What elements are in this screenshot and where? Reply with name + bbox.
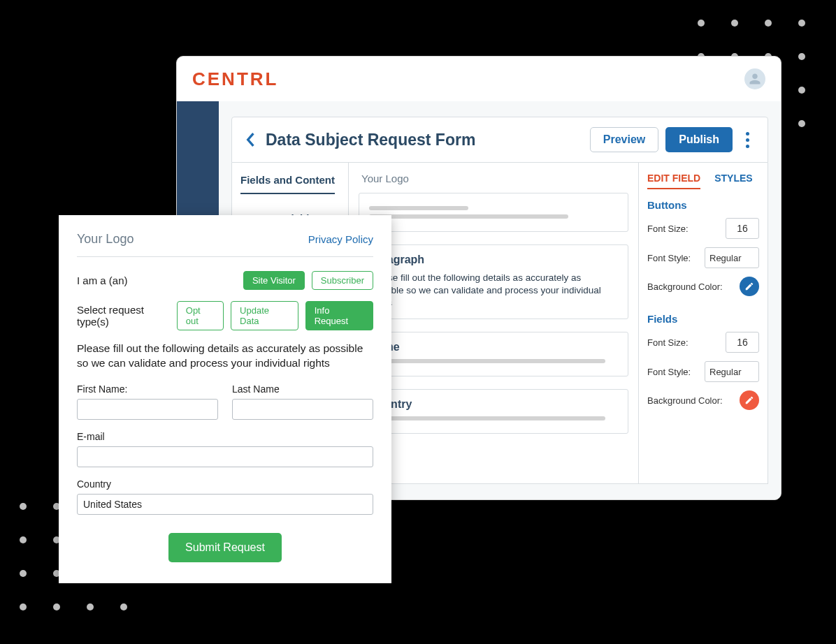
chip-update-data[interactable]: Update Data (231, 301, 298, 330)
select-request-label: Select request type(s) (77, 304, 177, 328)
pencil-icon (744, 395, 754, 405)
canvas-block-name[interactable]: Name (359, 332, 628, 376)
chip-info-request[interactable]: Info Request (305, 301, 373, 330)
font-size-label: Font Size: (647, 337, 689, 348)
bg-color-label: Background Color: (647, 395, 723, 406)
buttons-font-style-select[interactable] (705, 247, 759, 268)
placeholder-line (369, 416, 605, 420)
avatar[interactable] (744, 68, 765, 89)
block-title: Country (369, 398, 618, 411)
email-label: E-mail (77, 431, 373, 442)
page-title: Data Subject Request Form (266, 131, 475, 149)
properties-panel: EDIT FIELD STYLES Buttons Font Size: Fon… (638, 163, 768, 484)
block-title: Paragraph (369, 254, 618, 266)
country-label: Country (77, 478, 373, 490)
buttons-group-title: Buttons (647, 199, 759, 211)
back-button[interactable] (245, 132, 256, 147)
tab-edit-field[interactable]: EDIT FIELD (647, 173, 700, 189)
intro-text: Please fill out the following details as… (77, 342, 373, 371)
block-title: Name (369, 341, 618, 353)
placeholder-line (369, 214, 568, 219)
canvas-logo-label: Your Logo (359, 173, 628, 184)
font-size-label: Font Size: (647, 224, 689, 234)
popup-logo-label: Your Logo (77, 232, 134, 247)
titlebar: Data Subject Request Form Preview Publis… (231, 117, 768, 163)
request-form-popup: Your Logo Privacy Policy I am a (an) Sit… (59, 215, 391, 583)
submit-request-button[interactable]: Submit Request (168, 533, 282, 562)
pencil-icon (744, 281, 754, 291)
bg-color-label: Background Color: (647, 281, 723, 292)
brand-logo: CENTRL (192, 68, 278, 90)
fields-group-title: Fields (647, 313, 759, 325)
font-style-label: Font Style: (647, 367, 691, 377)
kebab-dot (746, 145, 749, 148)
more-menu-button[interactable] (740, 130, 755, 149)
canvas-panel: Your Logo Paragraph Please fill out the … (349, 163, 638, 484)
chip-opt-out[interactable]: Opt out (177, 301, 224, 330)
tab-styles[interactable]: STYLES (714, 173, 752, 189)
fields-font-style-select[interactable] (705, 361, 759, 382)
canvas-block-country[interactable]: Country (359, 389, 628, 434)
placeholder-line (369, 359, 605, 363)
user-icon (748, 72, 762, 86)
chevron-left-icon (245, 132, 256, 147)
fields-bg-color-picker[interactable] (740, 390, 759, 410)
publish-button[interactable]: Publish (665, 127, 733, 152)
last-name-label: Last Name (232, 383, 373, 395)
chip-subscriber[interactable]: Subscriber (312, 271, 373, 290)
last-name-input[interactable] (232, 399, 373, 420)
fields-content-tab[interactable]: Fields and Content (240, 174, 335, 194)
privacy-policy-link[interactable]: Privacy Policy (308, 233, 373, 245)
canvas-block-title[interactable] (359, 193, 628, 232)
kebab-dot (746, 132, 749, 136)
chip-site-visitor[interactable]: Site Visitor (243, 271, 305, 290)
country-input[interactable] (77, 494, 373, 515)
placeholder-line (369, 206, 468, 210)
canvas-block-paragraph[interactable]: Paragraph Please fill out the following … (359, 244, 628, 319)
fields-font-size-input[interactable] (726, 332, 759, 353)
kebab-dot (746, 138, 749, 142)
buttons-bg-color-picker[interactable] (740, 277, 759, 296)
first-name-input[interactable] (77, 399, 218, 420)
iam-label: I am a (an) (77, 275, 128, 286)
preview-button[interactable]: Preview (590, 127, 658, 152)
buttons-font-size-input[interactable] (726, 218, 759, 239)
email-input[interactable] (77, 446, 373, 467)
app-header: CENTRL (177, 57, 781, 101)
font-style-label: Font Style: (647, 253, 691, 263)
first-name-label: First Name: (77, 383, 218, 395)
paragraph-body: Please fill out the following details as… (369, 272, 618, 310)
